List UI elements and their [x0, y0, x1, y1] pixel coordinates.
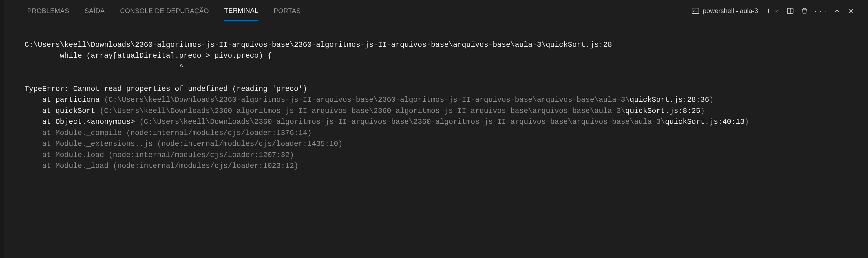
tab-ports[interactable]: PORTAS: [274, 1, 301, 21]
terminal-line: at Module._extensions..js (node:internal…: [25, 139, 843, 150]
split-terminal-button[interactable]: [786, 7, 794, 15]
terminal-line: at particiona (C:\Users\keell\Downloads\…: [25, 95, 843, 106]
kill-terminal-button[interactable]: [801, 7, 808, 15]
tab-terminal[interactable]: TERMINAL: [224, 1, 258, 21]
terminal-line: at quickSort (C:\Users\keell\Downloads\2…: [25, 106, 843, 117]
terminal-line: [25, 72, 843, 83]
svg-rect-0: [692, 8, 699, 13]
panel-container: PROBLEMAS SAÍDA CONSOLE DE DEPURAÇÃO TER…: [0, 0, 868, 258]
terminal-line: at Object.<anonymous> (C:\Users\keell\Do…: [25, 116, 843, 127]
terminal-line: at Module._compile (node:internal/module…: [25, 127, 843, 139]
maximize-panel-button[interactable]: [833, 7, 841, 15]
terminal-line: at Module.load (node:internal/modules/cj…: [25, 150, 843, 161]
terminal-profile-dropdown[interactable]: [772, 7, 780, 15]
editor-sidebar-strip: [0, 0, 4, 258]
tab-debug-console[interactable]: CONSOLE DE DEPURAÇÃO: [120, 1, 209, 21]
panel-tabs: PROBLEMAS SAÍDA CONSOLE DE DEPURAÇÃO TER…: [27, 1, 301, 21]
terminal-line: ^: [25, 62, 843, 73]
tab-problems[interactable]: PROBLEMAS: [27, 1, 69, 21]
stack-path: (C:\Users\keell\Downloads\2360-algoritmo…: [104, 96, 630, 104]
panel-tab-bar: PROBLEMAS SAÍDA CONSOLE DE DEPURAÇÃO TER…: [0, 0, 868, 22]
terminal-selector[interactable]: powershell - aula-3: [691, 7, 758, 15]
stack-end: ): [700, 107, 705, 115]
stack-end: ): [745, 118, 749, 126]
stack-path: (C:\Users\keell\Downloads\2360-algoritmo…: [139, 118, 665, 126]
stack-loc: quickSort.js:40:13: [665, 118, 745, 126]
close-panel-button[interactable]: [847, 7, 855, 15]
terminal-line: C:\Users\keell\Downloads\2360-algoritmos…: [25, 39, 843, 50]
stack-end: ): [709, 96, 713, 104]
stack-loc: quickSort.js:8:25: [625, 107, 700, 115]
terminal-selector-label: powershell - aula-3: [703, 7, 758, 15]
terminal-line: while (array[atualDireita].preco > pivo.…: [25, 50, 843, 62]
stack-fn: at particiona: [25, 96, 104, 104]
terminal-line: at Module._load (node:internal/modules/c…: [25, 160, 843, 172]
terminal-icon: [691, 7, 700, 15]
tab-output[interactable]: SAÍDA: [85, 1, 105, 21]
stack-loc: quickSort.js:28:36: [630, 96, 709, 104]
stack-fn: at quickSort: [25, 107, 99, 115]
terminal-output[interactable]: C:\Users\keell\Downloads\2360-algoritmos…: [0, 22, 868, 200]
terminal-line: TypeError: Cannot read properties of und…: [25, 83, 843, 95]
stack-fn: at Object.<anonymous>: [25, 118, 139, 126]
new-terminal-button[interactable]: [765, 7, 772, 15]
stack-path: (C:\Users\keell\Downloads\2360-algoritmo…: [99, 107, 625, 115]
panel-toolbar: powershell - aula-3: [691, 7, 855, 15]
more-actions-button[interactable]: · · ·: [815, 7, 827, 15]
